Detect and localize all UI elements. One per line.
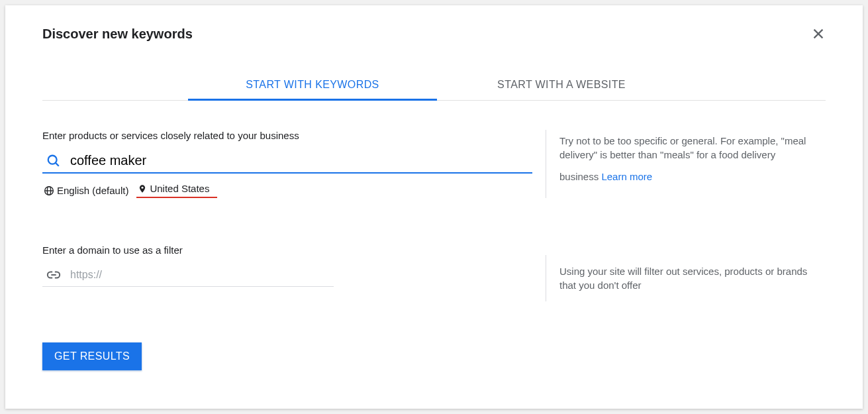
svg-point-7 <box>142 186 144 188</box>
keyword-input[interactable] <box>70 153 530 168</box>
location-pin-icon <box>138 183 147 194</box>
domain-hint-text: Using your site will filter out services… <box>559 266 807 291</box>
get-results-button[interactable]: GET RESULTS <box>42 342 142 370</box>
targeting-meta: English (default) United States <box>42 183 532 198</box>
domain-input-wrap[interactable] <box>42 268 334 287</box>
keyword-input-wrap[interactable] <box>42 153 532 174</box>
tab-keywords[interactable]: START WITH KEYWORDS <box>188 71 437 100</box>
tab-website[interactable]: START WITH A WEBSITE <box>437 71 686 100</box>
link-icon <box>46 268 61 282</box>
svg-line-3 <box>56 162 59 166</box>
domain-input-label: Enter a domain to use as a filter <box>42 244 532 256</box>
domain-section: Enter a domain to use as a filter Using … <box>42 244 826 301</box>
domain-input[interactable] <box>70 269 331 281</box>
keyword-hint: Try not to be too specific or general. F… <box>546 130 818 198</box>
domain-section-main: Enter a domain to use as a filter <box>42 244 532 301</box>
domain-hint: Using your site will filter out services… <box>546 255 818 301</box>
keyword-planner-panel: Discover new keywords START WITH KEYWORD… <box>5 5 863 409</box>
language-value: English (default) <box>57 185 128 196</box>
learn-more-link[interactable]: Learn more <box>601 170 652 183</box>
tab-bar: START WITH KEYWORDS START WITH A WEBSITE <box>42 71 826 101</box>
close-icon[interactable] <box>811 26 826 41</box>
keyword-section-main: Enter products or services closely relat… <box>42 130 532 198</box>
location-value: United States <box>150 183 209 194</box>
globe-icon <box>44 185 54 196</box>
keyword-input-label: Enter products or services closely relat… <box>42 130 532 141</box>
keyword-hint-text: Try not to be too specific or general. F… <box>559 135 806 182</box>
search-icon <box>46 154 61 168</box>
keyword-section: Enter products or services closely relat… <box>42 130 826 198</box>
page-title: Discover new keywords <box>42 26 193 42</box>
language-selector[interactable]: English (default) <box>42 185 130 196</box>
location-selector[interactable]: United States <box>136 183 217 198</box>
panel-header: Discover new keywords <box>42 26 826 42</box>
svg-point-2 <box>48 155 57 164</box>
